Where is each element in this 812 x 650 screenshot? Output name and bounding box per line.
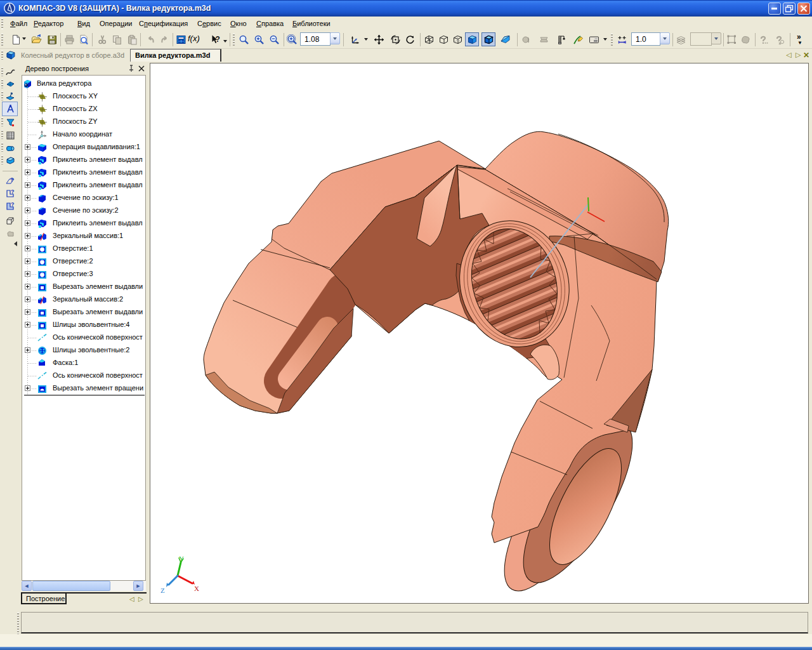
svg-text:?: ? (11, 201, 15, 208)
svg-text:Y: Y (179, 555, 184, 562)
svg-text:X: X (194, 585, 199, 592)
svg-text:Z: Z (160, 587, 165, 594)
svg-text:?: ? (216, 35, 220, 44)
svg-text:?: ? (11, 189, 15, 195)
svg-text:?: ? (10, 176, 14, 183)
